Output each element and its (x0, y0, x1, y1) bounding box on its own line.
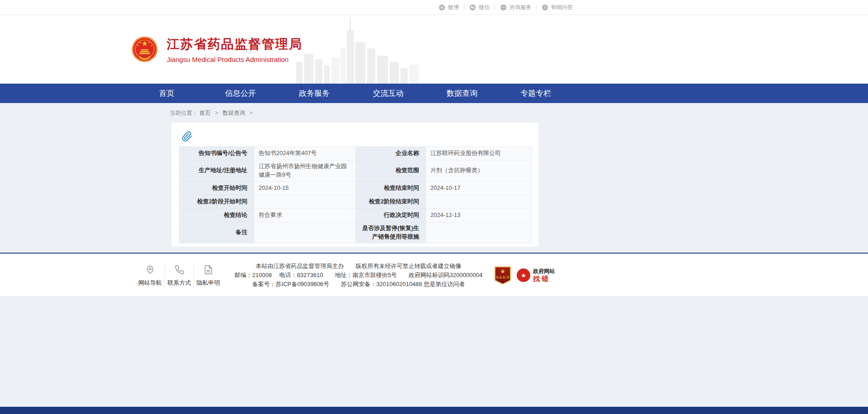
site-header: 江苏省药品监督管理局 Jiangsu Medical Products Admi… (0, 15, 868, 84)
footer-quick-links: 网站导航 联系方式 隐私申明 (136, 263, 222, 288)
main-content: 当前位置： 首页 > 数据查询 > 告知书编号/公告号 告知书2024年第407… (0, 103, 868, 253)
topbar: 微博 微信 咨询服务 ? 智能问答 (0, 0, 868, 15)
field-label: 检查2阶段开始时间 (179, 195, 254, 208)
field-label: 行政决定时间 (356, 208, 426, 222)
table-row: 检查2阶段开始时间 检查2阶段结束时间 (179, 195, 532, 208)
footer-line-record: 备案号：苏ICP备09039606号 苏公网安备：32010602010488 … (222, 280, 495, 289)
topbar-item-qa[interactable]: ? 智能问答 (542, 4, 573, 11)
field-value (426, 222, 532, 243)
footer-link-privacy[interactable]: 隐私申明 (193, 263, 222, 288)
site-subtitle-en: Jiangsu Medical Products Administration (167, 56, 302, 63)
footer-info: 本站由江苏省药品监督管理局主办 版权所有未经许可禁止转载或者建立镜像 邮编：21… (222, 262, 495, 289)
inspection-detail-table: 告知书编号/公告号 告知书2024年第407号 企业名称 江苏联环药业股份有限公… (179, 146, 532, 243)
footer-link-sitemap[interactable]: 网站导航 (136, 263, 165, 288)
topbar-item-label: 智能问答 (551, 4, 573, 11)
footer-line-host: 本站由江苏省药品监督管理局主办 版权所有未经许可禁止转载或者建立镜像 (222, 262, 495, 271)
document-icon (203, 264, 213, 275)
chat-bubble-icon (500, 4, 507, 11)
topbar-item-wechat[interactable]: 微信 (469, 4, 490, 11)
table-row: 告知书编号/公告号 告知书2024年第407号 企业名称 江苏联环药业股份有限公… (179, 147, 532, 160)
breadcrumb-section-link[interactable]: 数据查询 (222, 110, 245, 116)
footer-link-label: 网站导航 (138, 279, 162, 287)
field-value (254, 222, 356, 243)
gov-site-find-error-badge[interactable]: 政府网站 找错 (515, 268, 557, 283)
svg-text:?: ? (544, 5, 546, 9)
paperclip-icon (182, 131, 193, 142)
field-label: 检查结论 (179, 208, 254, 222)
table-row: 检查结论 符合要求 行政决定时间 2024-12-13 (179, 208, 532, 222)
star-icon (500, 267, 506, 275)
topbar-item-label: 微信 (479, 4, 490, 11)
nav-item-gov-services[interactable]: 政务服务 (278, 84, 351, 103)
red-seal-icon (517, 268, 530, 282)
find-error-label: 找错 (533, 275, 555, 282)
wechat-icon (469, 4, 476, 11)
field-label: 是否涉及暂停(恢复)生产销售使用等措施 (356, 222, 426, 243)
table-row: 检查开始时间 2024-10-15 检查结束时间 2024-10-17 (179, 181, 532, 195)
field-label: 检查结束时间 (356, 181, 426, 195)
gov-site-label: 政府网站 (533, 268, 555, 275)
topbar-item-label: 咨询服务 (509, 4, 531, 11)
weibo-icon (439, 4, 445, 11)
page-filler (0, 296, 868, 407)
footer-link-contact[interactable]: 联系方式 (165, 263, 193, 288)
site-footer: 网站导航 联系方式 隐私申明 本站由江苏省药品监督管 (0, 253, 868, 296)
topbar-item-consult[interactable]: 咨询服务 (500, 4, 531, 11)
map-pin-icon (145, 264, 155, 275)
field-value: 片剂（含抗肿瘤类） (426, 160, 532, 182)
table-row: 生产地址/注册地址 江苏省扬州市扬州生物健康产业园健康一路9号 检查范围 片剂（… (179, 160, 532, 182)
breadcrumb-home-link[interactable]: 首页 (199, 110, 211, 116)
table-row: 备注 是否涉及暂停(恢复)生产销售使用等措施 (179, 222, 532, 243)
footer-link-label: 联系方式 (168, 279, 191, 287)
field-label: 生产地址/注册地址 (179, 160, 254, 182)
nav-item-interaction[interactable]: 交流互动 (351, 84, 425, 103)
divider (536, 5, 537, 10)
field-value: 江苏省扬州市扬州生物健康产业园健康一路9号 (254, 160, 356, 182)
field-label: 检查范围 (356, 160, 426, 182)
field-value: 2024-10-15 (254, 181, 356, 195)
party-badge-label: 党政机关 (495, 275, 510, 280)
footer-badges: 党政机关 政府网站 找错 (495, 266, 557, 284)
breadcrumb-separator: > (250, 110, 253, 116)
city-skyline-decoration (296, 16, 423, 84)
main-nav: 首页 信息公开 政务服务 交流互动 数据查询 专题专栏 (0, 84, 868, 103)
field-value: 2024-10-17 (426, 181, 532, 195)
site-title: 江苏省药品监督管理局 (167, 36, 302, 53)
footer-link-label: 隐私申明 (197, 279, 220, 287)
breadcrumb-separator: > (215, 110, 218, 116)
field-label: 备注 (179, 222, 254, 243)
field-label: 告知书编号/公告号 (179, 147, 254, 160)
field-value: 2024-12-13 (426, 208, 532, 222)
site-titles: 江苏省药品监督管理局 Jiangsu Medical Products Admi… (167, 36, 302, 63)
question-icon: ? (542, 4, 548, 11)
topbar-item-weibo[interactable]: 微博 (439, 4, 459, 11)
footer-line-contact: 邮编：210008 电话：83273610 地址：南京市鼓楼街5号 政府网站标识… (222, 271, 495, 280)
inspection-detail-card: 告知书编号/公告号 告知书2024年第407号 企业名称 江苏联环药业股份有限公… (171, 122, 539, 247)
field-value: 告知书2024年第407号 (254, 147, 356, 160)
phone-icon (175, 264, 184, 275)
divider (464, 5, 464, 10)
field-value (426, 195, 532, 208)
field-value: 江苏联环药业股份有限公司 (426, 147, 532, 160)
nav-item-home[interactable]: 首页 (130, 84, 203, 103)
nav-item-data-query[interactable]: 数据查询 (425, 84, 499, 103)
breadcrumb: 当前位置： 首页 > 数据查询 > (130, 103, 573, 117)
field-label: 检查开始时间 (179, 181, 254, 195)
divider (495, 5, 495, 10)
bottom-bar (0, 407, 868, 414)
nav-item-info-disclosure[interactable]: 信息公开 (203, 84, 277, 103)
breadcrumb-label: 当前位置： (170, 110, 198, 116)
nav-item-special-topics[interactable]: 专题专栏 (499, 84, 573, 103)
field-label: 企业名称 (356, 147, 426, 160)
national-emblem-logo (132, 36, 158, 62)
topbar-item-label: 微博 (448, 4, 459, 11)
field-label: 检查2阶段结束时间 (356, 195, 426, 208)
field-value: 符合要求 (254, 208, 356, 222)
party-government-badge[interactable]: 党政机关 (495, 266, 511, 284)
field-value (254, 195, 356, 208)
